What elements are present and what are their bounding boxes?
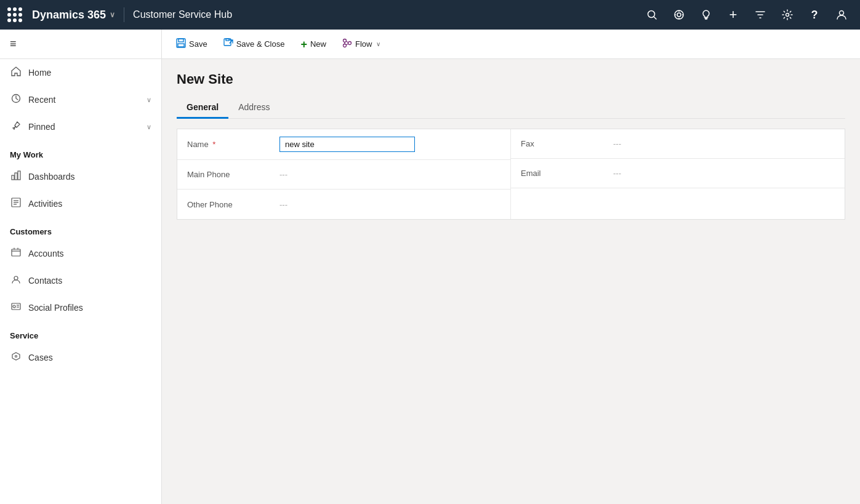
svg-point-33 [343,44,346,47]
form-row-email: Email --- [511,159,845,188]
search-icon[interactable] [641,4,663,26]
label-name: Name * [187,140,279,149]
brand-label: Dynamics 365 [32,9,106,22]
sidebar-item-label-dashboards: Dashboards [28,172,151,182]
dashboards-icon [10,170,22,183]
sidebar-item-label-pinned: Pinned [28,122,140,132]
sidebar-item-contacts[interactable]: Contacts [0,267,161,294]
svg-point-2 [675,10,683,19]
save-close-button[interactable]: Save & Close [217,34,292,55]
value-other-phone: --- [279,200,500,209]
sidebar-header: ≡ [0,30,161,59]
new-button[interactable]: + New [294,34,333,54]
sidebar-item-social-profiles[interactable]: Social Profiles [0,294,161,321]
sidebar-item-activities[interactable]: Activities [0,190,161,217]
tab-address[interactable]: Address [228,97,279,119]
flow-button[interactable]: Flow ∨ [336,34,387,55]
settings-nav-icon[interactable] [776,4,798,26]
top-nav: Dynamics 365 ∨ Customer Service Hub [0,0,860,30]
name-input[interactable] [279,137,415,152]
new-label: New [310,39,326,49]
sidebar-item-pinned[interactable]: Pinned ∨ [0,113,161,140]
form-row-main-phone: Main Phone --- [177,160,510,190]
lightbulb-icon[interactable] [695,4,717,26]
sidebar: ≡ Home Recent [0,30,162,504]
label-other-phone: Other Phone [187,200,279,209]
accounts-icon [10,247,22,260]
new-toolbar-icon: + [300,39,307,50]
activities-icon [10,198,22,210]
add-nav-icon[interactable]: + [722,4,744,26]
label-fax: Fax [521,139,613,148]
cases-icon [10,351,22,364]
sidebar-item-label-accounts: Accounts [28,249,151,258]
tabs: General Address [177,97,845,119]
section-my-work: My Work [0,140,161,163]
sidebar-item-accounts[interactable]: Accounts [0,240,161,267]
content-area: Save Save & Close + New [162,30,860,504]
tab-general[interactable]: General [177,97,228,119]
svg-rect-29 [178,44,184,47]
svg-rect-15 [18,171,20,180]
svg-line-37 [346,44,348,45]
label-email: Email [521,169,613,178]
page-title: New Site [177,71,845,87]
section-service: Service [0,321,161,344]
save-label: Save [189,39,207,49]
sidebar-item-home[interactable]: Home [0,59,161,86]
main-layout: ≡ Home Recent [0,30,860,504]
pinned-icon [10,121,22,133]
form-right-col: Fax --- Email --- [511,129,845,219]
nav-divider [124,7,124,22]
svg-rect-20 [12,249,20,256]
section-customers: Customers [0,217,161,240]
recent-chevron: ∨ [147,96,151,104]
svg-line-1 [654,17,657,20]
save-toolbar-icon [176,38,186,50]
save-close-toolbar-icon [223,38,233,50]
svg-line-36 [346,41,348,42]
recent-icon [10,94,22,106]
required-indicator: * [212,140,215,149]
form-row-fax: Fax --- [511,129,845,159]
pinned-chevron: ∨ [147,123,151,131]
hamburger-icon[interactable]: ≡ [10,38,17,50]
svg-rect-31 [226,39,229,41]
flow-toolbar-icon [342,38,352,50]
value-name [279,137,500,152]
waffle-menu[interactable] [7,7,22,22]
sidebar-item-dashboards[interactable]: Dashboards [0,163,161,190]
sidebar-item-recent[interactable]: Recent ∨ [0,86,161,113]
svg-point-26 [15,356,17,358]
home-icon [10,66,22,79]
sidebar-item-label-contacts: Contacts [28,276,151,286]
svg-rect-14 [15,173,17,180]
svg-point-10 [786,14,789,17]
save-button[interactable]: Save [169,34,214,55]
svg-point-34 [348,41,351,44]
label-main-phone: Main Phone [187,170,279,179]
social-profiles-icon [10,302,22,314]
svg-point-11 [840,11,844,15]
brand-button[interactable]: Dynamics 365 ∨ [32,9,115,22]
svg-point-21 [14,276,18,280]
filter-nav-icon[interactable] [749,4,771,26]
page-content: New Site General Address Name * [162,59,860,504]
sidebar-item-label-home: Home [28,68,151,78]
nav-right-icons: + ? [641,4,853,26]
toolbar: Save Save & Close + New [162,30,860,59]
value-email: --- [613,169,835,178]
form-left-col: Name * Main Phone --- [177,129,511,219]
svg-point-23 [13,305,15,308]
sidebar-item-label-recent: Recent [28,95,140,105]
sidebar-item-label-activities: Activities [28,199,151,209]
target-icon[interactable] [668,4,690,26]
contacts-icon [10,274,22,287]
value-fax: --- [613,139,835,148]
sidebar-scroll: Home Recent ∨ P [0,59,161,504]
help-nav-icon[interactable]: ? [803,4,826,26]
account-nav-icon[interactable] [830,4,853,26]
sidebar-item-cases[interactable]: Cases [0,344,161,371]
form-card: Name * Main Phone --- [177,129,845,220]
form-row-name: Name * [177,129,510,160]
